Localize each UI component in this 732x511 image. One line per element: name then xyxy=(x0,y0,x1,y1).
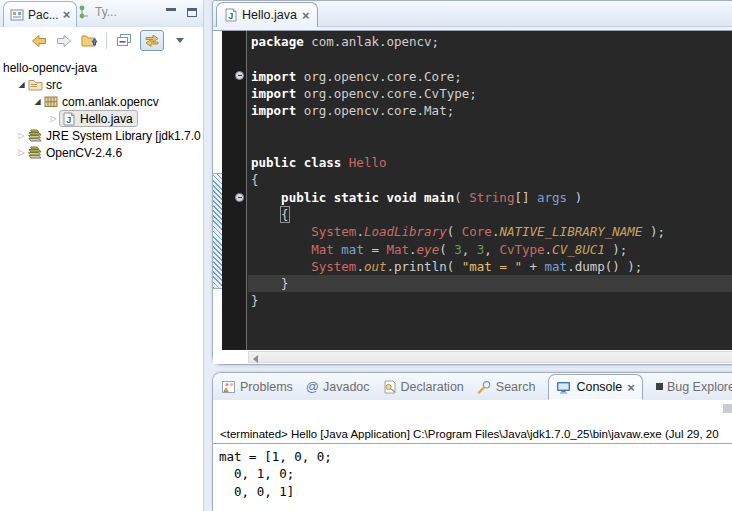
tab-package-explorer[interactable]: Pac... × xyxy=(3,1,77,27)
package-explorer-toolbar xyxy=(0,27,203,54)
annotation-ruler[interactable] xyxy=(213,31,222,350)
tree-item-project-root[interactable]: hello-opencv-java xyxy=(0,59,203,76)
chevron-down-icon xyxy=(176,38,184,43)
package-explorer-panel: Pac... × Ty... xyxy=(0,0,204,511)
tree-item-label: OpenCV-2.4.6 xyxy=(46,146,122,160)
code-line[interactable]: } xyxy=(248,292,732,309)
editor-tab-label: Hello.java xyxy=(242,8,297,22)
tab-label: Ty... xyxy=(95,5,117,19)
fold-collapse-icon[interactable] xyxy=(235,71,244,80)
bottom-view-tabbar: Problems @ Javadoc Declaration Search xyxy=(213,373,732,400)
collapse-all-button[interactable] xyxy=(115,32,133,50)
code-line[interactable]: } xyxy=(248,275,732,292)
code-line[interactable]: public class Hello xyxy=(248,154,732,171)
link-with-editor-icon xyxy=(144,34,160,48)
tree-item-opencv-library[interactable]: ▷ OpenCV-2.4.6 xyxy=(0,144,203,161)
code-line[interactable]: package com.anlak.opencv; xyxy=(248,33,732,50)
left-view-tabbar: Pac... × Ty... xyxy=(0,0,203,27)
tree-item-hello-java[interactable]: ▷ J Hello.java xyxy=(0,110,203,127)
minimize-icon[interactable] xyxy=(166,8,176,17)
folder-up-icon xyxy=(81,33,98,48)
project-tree: hello-opencv-java ◢ src ◢ com.anlak.open… xyxy=(0,59,203,161)
editor-tab-hello-java[interactable]: J Hello.java × xyxy=(216,2,318,27)
source-folder-icon xyxy=(27,77,43,93)
library-icon xyxy=(27,128,43,144)
console-title: <terminated> Hello [Java Application] C:… xyxy=(213,426,732,444)
back-button[interactable] xyxy=(30,32,48,50)
twisty-collapsed-icon[interactable]: ▷ xyxy=(16,148,27,157)
tab-javadoc[interactable]: @ Javadoc xyxy=(306,379,370,394)
scroll-left-arrow-icon[interactable] xyxy=(253,355,258,363)
up-button[interactable] xyxy=(80,32,98,50)
link-with-editor-button[interactable] xyxy=(140,30,164,51)
method-range-indicator xyxy=(213,173,222,289)
console-panel: Problems @ Javadoc Declaration Search xyxy=(212,372,732,511)
tab-label: Console xyxy=(576,380,622,394)
code-line[interactable]: { xyxy=(248,206,732,223)
fold-collapse-icon[interactable] xyxy=(235,193,244,202)
editor-panel: J Hello.java × package com.anlak.opencv;… xyxy=(212,0,732,365)
selected-item-highlight: J Hello.java xyxy=(59,110,138,127)
twisty-collapsed-icon[interactable]: ▷ xyxy=(16,131,27,140)
forward-button[interactable] xyxy=(55,32,73,50)
tree-item-src[interactable]: ◢ src xyxy=(0,76,203,93)
code-line[interactable]: import org.opencv.core.CvType; xyxy=(248,85,732,102)
tab-search[interactable]: Search xyxy=(477,380,536,394)
editor-body[interactable]: package com.anlak.opencv;import org.open… xyxy=(213,30,732,350)
code-area[interactable]: package com.anlak.opencv;import org.open… xyxy=(248,33,732,310)
problems-icon xyxy=(221,380,236,394)
code-line[interactable] xyxy=(248,137,732,154)
tab-problems[interactable]: Problems xyxy=(221,380,293,394)
java-file-icon: J xyxy=(61,111,77,127)
code-line[interactable]: public static void main( String[] args ) xyxy=(248,189,732,206)
twisty-expanded-icon[interactable]: ◢ xyxy=(16,80,27,89)
console-icon xyxy=(556,381,571,394)
package-icon xyxy=(43,94,59,110)
close-icon[interactable]: × xyxy=(63,8,71,21)
code-line[interactable]: { xyxy=(248,171,732,188)
tab-label: Problems xyxy=(240,380,293,394)
tab-bug-explorer[interactable]: Bug Explorer xyxy=(656,380,732,394)
java-file-icon: J xyxy=(225,8,237,22)
tab-label: Javadoc xyxy=(323,380,370,394)
declaration-icon xyxy=(383,380,397,394)
tab-declaration[interactable]: Declaration xyxy=(383,380,464,394)
tab-console[interactable]: Console × xyxy=(548,374,642,400)
close-icon[interactable]: × xyxy=(302,9,310,22)
folding-ruler[interactable] xyxy=(222,31,247,350)
code-line[interactable]: import org.opencv.core.Mat; xyxy=(248,102,732,119)
twisty-collapsed-icon[interactable]: ▷ xyxy=(48,114,59,123)
tab-label: Pac... xyxy=(28,8,59,22)
library-icon xyxy=(27,145,43,161)
close-icon[interactable]: × xyxy=(627,381,635,394)
maximize-icon[interactable] xyxy=(187,8,197,17)
console-toolbar-button[interactable] xyxy=(723,404,732,413)
code-line[interactable]: Mat mat = Mat.eye( 3, 3, CvType.CV_8UC1 … xyxy=(248,241,732,258)
code-line[interactable]: System.out.println( "mat = " + mat.dump(… xyxy=(248,258,732,275)
twisty-expanded-icon[interactable]: ◢ xyxy=(32,97,43,106)
code-line[interactable]: System.LoadLibrary( Core.NATIVE_LIBRARY_… xyxy=(248,223,732,240)
type-hierarchy-icon xyxy=(78,5,91,19)
view-window-buttons xyxy=(166,8,197,17)
package-explorer-icon xyxy=(10,8,24,22)
code-line[interactable]: import org.opencv.core.Core; xyxy=(248,68,732,85)
code-line[interactable] xyxy=(248,119,732,136)
code-line[interactable] xyxy=(248,50,732,67)
tree-item-label: com.anlak.opencv xyxy=(62,95,159,109)
editor-hscrollbar[interactable] xyxy=(213,350,732,364)
svg-text:J: J xyxy=(66,115,71,125)
toolbar-separator xyxy=(106,33,107,49)
search-icon xyxy=(477,380,492,394)
console-output[interactable]: mat = [1, 0, 0; 0, 1, 0; 0, 0, 1] xyxy=(213,444,732,500)
tree-item-package[interactable]: ◢ com.anlak.opencv xyxy=(0,93,203,110)
tab-label: Search xyxy=(496,380,536,394)
view-menu-button[interactable] xyxy=(171,32,189,50)
bug-explorer-icon xyxy=(656,383,663,390)
tree-item-jre-library[interactable]: ▷ JRE System Library [jdk1.7.0 xyxy=(0,127,203,144)
tab-type-hierarchy[interactable]: Ty... xyxy=(78,5,117,19)
back-arrow-icon xyxy=(31,34,47,48)
hscrollbar-track[interactable] xyxy=(248,351,732,363)
console-toolbar xyxy=(213,400,732,426)
tree-item-label: hello-opencv-java xyxy=(3,61,97,75)
tree-item-label: JRE System Library [jdk1.7.0 xyxy=(46,129,201,143)
